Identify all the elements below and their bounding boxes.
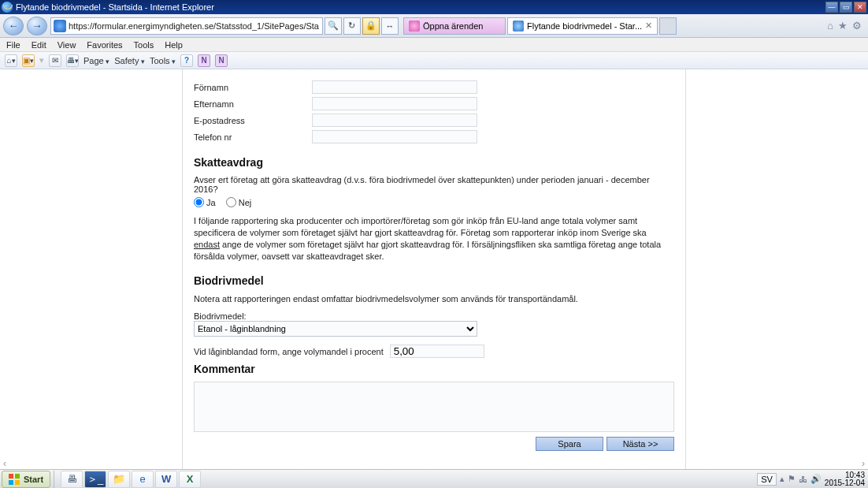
tab-close-icon[interactable]: ✕ bbox=[645, 20, 652, 31]
feeds-dropdown-icon[interactable]: ▣ bbox=[22, 54, 35, 67]
settings-icon[interactable]: ⚙ bbox=[852, 20, 862, 32]
mail-icon[interactable]: ✉ bbox=[49, 54, 61, 67]
close-button[interactable]: ✕ bbox=[854, 2, 866, 13]
search-button[interactable]: 🔍 bbox=[325, 17, 342, 35]
home-dropdown-icon[interactable]: ⌂ bbox=[5, 54, 17, 67]
address-row: ← → https://formular.energimyndigheten.s… bbox=[0, 14, 868, 38]
onenote-linked-icon[interactable]: N bbox=[198, 54, 210, 67]
minimize-button[interactable]: — bbox=[825, 2, 838, 13]
menu-help[interactable]: Help bbox=[165, 40, 183, 50]
menu-edit[interactable]: Edit bbox=[32, 40, 46, 50]
ie-icon bbox=[2, 2, 13, 13]
page-menu[interactable]: Page bbox=[83, 56, 109, 65]
home-icon[interactable]: ⌂ bbox=[827, 20, 833, 32]
refresh-button[interactable]: ↻ bbox=[343, 17, 361, 35]
lock-icon: 🔒 bbox=[362, 17, 380, 35]
menu-favorites[interactable]: Favorites bbox=[87, 40, 122, 50]
tab-label: Öppna ärenden bbox=[423, 21, 483, 31]
maximize-button[interactable]: ▭ bbox=[840, 2, 852, 13]
menu-bar: File Edit View Favorites Tools Help bbox=[0, 38, 868, 52]
back-button[interactable]: ← bbox=[3, 17, 24, 35]
menu-view[interactable]: View bbox=[57, 40, 76, 50]
tab-favicon-icon bbox=[409, 20, 420, 32]
forward-button[interactable]: → bbox=[27, 17, 47, 35]
tab-favicon-icon bbox=[513, 20, 524, 32]
address-bar[interactable]: https://formular.energimyndigheten.se/St… bbox=[50, 17, 323, 35]
window-titlebar: Flytande biodrivmedel - Startsida - Inte… bbox=[0, 0, 868, 14]
tools-menu[interactable]: Tools bbox=[150, 56, 176, 65]
site-favicon-icon bbox=[54, 20, 66, 32]
new-tab-button[interactable] bbox=[659, 17, 677, 35]
tab-label: Flytande biodrivmedel - Star... bbox=[527, 21, 642, 31]
tab-flytande-biodrivmedel[interactable]: Flytande biodrivmedel - Star... ✕ bbox=[507, 17, 658, 35]
help-icon[interactable]: ? bbox=[180, 54, 193, 67]
compat-button[interactable]: ↔ bbox=[381, 17, 399, 35]
command-bar: ⌂ ▣ ▾ ✉ 🖶 Page Safety Tools ? N N bbox=[0, 52, 868, 69]
menu-file[interactable]: File bbox=[6, 40, 20, 50]
favorites-icon[interactable]: ★ bbox=[838, 20, 848, 32]
tab-oppna-arenden[interactable]: Öppna ärenden bbox=[403, 17, 506, 35]
safety-menu[interactable]: Safety bbox=[114, 56, 145, 65]
onenote-icon[interactable]: N bbox=[215, 54, 228, 67]
menu-tools[interactable]: Tools bbox=[134, 40, 154, 50]
address-url: https://formular.energimyndigheten.se/St… bbox=[69, 21, 322, 31]
print-dropdown-icon[interactable]: 🖶 bbox=[66, 54, 79, 67]
window-title: Flytande biodrivmedel - Startsida - Inte… bbox=[16, 2, 214, 12]
